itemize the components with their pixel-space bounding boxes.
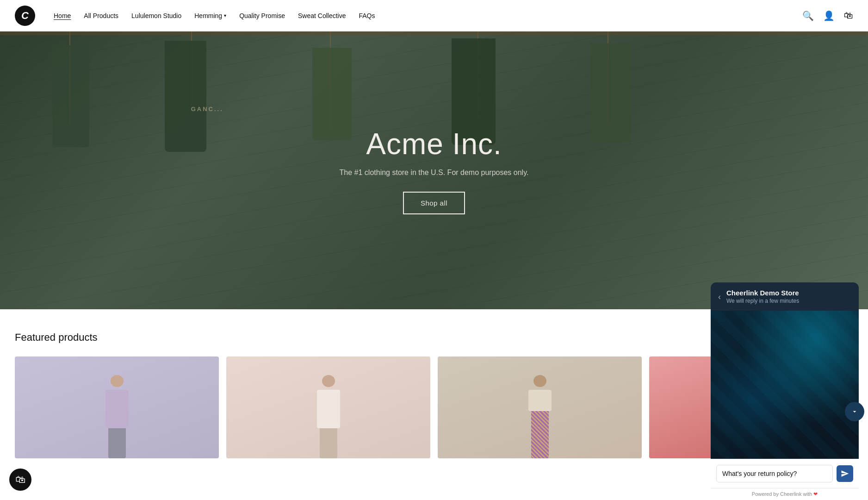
nav-hemming-label: Hemming — [194, 12, 222, 19]
nav-all-products[interactable]: All Products — [84, 12, 118, 19]
hero-section: GANC... Acme Inc. The #1 clothing store … — [0, 31, 868, 309]
chat-header: ‹ Cheerlink Demo Store We will reply in … — [711, 282, 859, 311]
bottom-garment — [108, 428, 126, 458]
cart-icon[interactable]: 🛍 — [844, 10, 853, 21]
top-garment — [528, 390, 552, 411]
product-card-3[interactable] — [438, 356, 642, 458]
chat-collapse-button[interactable] — [845, 402, 864, 421]
clothes-brand-text: GANC... — [191, 106, 223, 112]
site-header: C Home All Products Lululemon Studio Hem… — [0, 0, 868, 31]
hero-content: Acme Inc. The #1 clothing store in the U… — [340, 127, 529, 214]
header-actions: 🔍 👤 🛍 — [802, 10, 853, 21]
product-card-1[interactable] — [15, 356, 219, 458]
clothes-1 — [52, 45, 89, 147]
bottom-garment — [320, 428, 337, 458]
product-figure-2 — [226, 356, 430, 458]
chat-back-button[interactable]: ‹ — [718, 293, 721, 301]
chat-header-info: Cheerlink Demo Store We will reply in a … — [726, 289, 851, 304]
chat-body — [711, 311, 859, 458]
chevron-down-icon: ▾ — [224, 13, 226, 18]
search-icon[interactable]: 🔍 — [802, 10, 814, 21]
nav-sweat-collective[interactable]: Sweat Collective — [298, 12, 346, 19]
clothes-5 — [590, 43, 631, 143]
nav-quality-promise[interactable]: Quality Promise — [239, 12, 285, 19]
product-figure-1 — [15, 356, 219, 458]
model-figure-2 — [315, 375, 342, 458]
chat-body-art-decoration — [711, 311, 859, 458]
clothes-2 — [165, 41, 206, 152]
main-nav: Home All Products Lululemon Studio Hemmi… — [54, 12, 802, 19]
nav-hemming[interactable]: Hemming ▾ — [194, 12, 226, 19]
hanger-bar — [0, 31, 868, 35]
top-garment — [105, 390, 129, 428]
product-card-2[interactable] — [226, 356, 430, 458]
nav-home[interactable]: Home — [54, 12, 71, 19]
chat-widget: ‹ Cheerlink Demo Store We will reply in … — [711, 282, 859, 458]
hero-title: Acme Inc. — [340, 127, 529, 161]
top-garment — [317, 390, 340, 428]
bottom-garment — [531, 411, 549, 458]
head — [111, 375, 124, 387]
chat-reply-text: We will reply in a few minutes — [726, 298, 851, 304]
shop-all-button[interactable]: Shop all — [403, 192, 465, 214]
logo[interactable]: C — [15, 6, 35, 26]
hero-subtitle: The #1 clothing store in the U.S. For de… — [340, 169, 529, 177]
model-figure-1 — [103, 375, 131, 458]
chevron-down-icon — [851, 408, 858, 415]
nav-faqs[interactable]: FAQs — [359, 12, 375, 19]
product-figure-3 — [438, 356, 642, 458]
head — [533, 375, 546, 387]
account-icon[interactable]: 👤 — [823, 10, 835, 21]
logo-letter: C — [21, 10, 29, 22]
nav-lululemon-studio[interactable]: Lululemon Studio — [131, 12, 181, 19]
model-figure-3 — [526, 375, 554, 458]
head — [322, 375, 335, 387]
logo-icon: C — [15, 6, 35, 26]
chat-store-name: Cheerlink Demo Store — [726, 289, 851, 297]
